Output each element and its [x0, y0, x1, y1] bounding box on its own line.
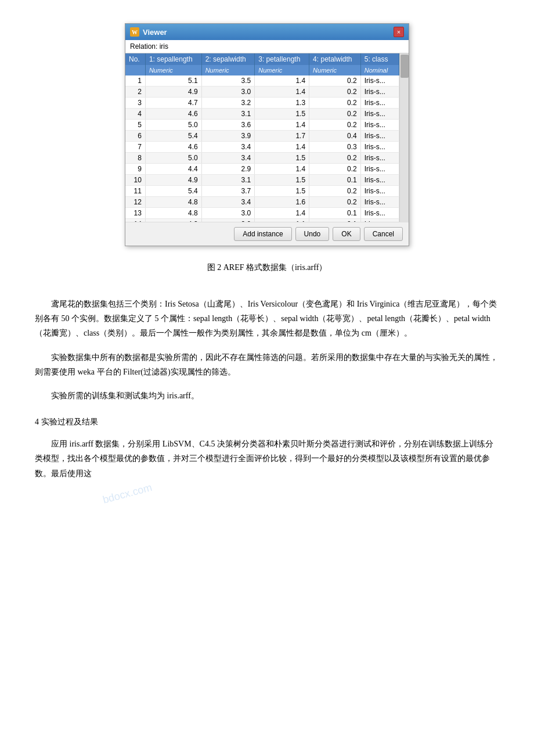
table-cell: 3.0 — [201, 219, 255, 222]
table-cell: 4.6 — [145, 109, 201, 120]
table-cell: 13 — [125, 208, 145, 219]
table-cell: 1.7 — [255, 131, 309, 142]
col-header-no: No. — [125, 53, 145, 65]
table-cell: 1.4 — [255, 120, 309, 131]
table-cell: 5.4 — [145, 186, 201, 197]
close-button[interactable]: × — [394, 27, 404, 37]
table-cell: 3.5 — [201, 75, 255, 87]
table-cell: 1.3 — [255, 98, 309, 109]
table-cell: 4.9 — [145, 87, 201, 98]
table-cell: 11 — [125, 186, 145, 197]
table-cell: Iris-s... — [360, 87, 399, 98]
table-cell: 3.4 — [201, 197, 255, 208]
table-cell: 4.4 — [145, 164, 201, 175]
table-cell: 3.0 — [201, 208, 255, 219]
table-cell: 1.4 — [255, 164, 309, 175]
table-cell: 14 — [125, 219, 145, 222]
table-cell: 0.2 — [309, 153, 361, 164]
table-cell: 0.2 — [309, 98, 361, 109]
table-cell: 5 — [125, 120, 145, 131]
table-cell: 0.2 — [309, 109, 361, 120]
scrollbar[interactable] — [399, 53, 409, 222]
table-cell: 1.4 — [255, 208, 309, 219]
col-header-1: 1: sepallength — [145, 53, 201, 65]
subheader-2: Numeric — [201, 65, 255, 75]
table-cell: 3.4 — [201, 142, 255, 153]
watermark: bdocx.com — [102, 481, 154, 506]
paragraph-1: 鸢尾花的数据集包括三个类别：Iris Setosa（山鸢尾）、Iris Vers… — [35, 297, 499, 341]
table-cell: 1.4 — [255, 87, 309, 98]
table-cell: 0.2 — [309, 197, 361, 208]
table-cell: 3.1 — [201, 109, 255, 120]
table-cell: 4.3 — [145, 219, 201, 222]
table-cell: 1.5 — [255, 153, 309, 164]
table-row: 94.42.91.40.2Iris-s... — [125, 164, 399, 175]
table-cell: 1 — [125, 75, 145, 87]
data-table: No. 1: sepallength 2: sepalwidth 3: peta… — [125, 53, 399, 222]
table-cell: 3.4 — [201, 153, 255, 164]
col-header-3: 3: petallength — [255, 53, 309, 65]
table-subheader-row: Numeric Numeric Numeric Numeric Nominal — [125, 65, 399, 75]
table-cell: Iris-s... — [360, 186, 399, 197]
table-cell: 4 — [125, 109, 145, 120]
table-row: 55.03.61.40.2Iris-s... — [125, 120, 399, 131]
ok-button[interactable]: OK — [333, 227, 360, 241]
table-cell: 9 — [125, 164, 145, 175]
table-cell: Iris-s... — [360, 197, 399, 208]
table-cell: Iris-s... — [360, 109, 399, 120]
titlebar-left: W Viewer — [130, 27, 167, 37]
table-cell: 4.9 — [145, 175, 201, 186]
table-cell: 10 — [125, 175, 145, 186]
scrollbar-thumb[interactable] — [400, 55, 409, 78]
table-cell: 2 — [125, 87, 145, 98]
section-title-4: 4 实验过程及结果 — [35, 417, 499, 427]
table-cell: 4.6 — [145, 142, 201, 153]
table-row: 104.93.11.50.1Iris-s... — [125, 175, 399, 186]
table-cell: Iris-s... — [360, 153, 399, 164]
paragraph-3: 实验所需的训练集和测试集均为 iris.arff。 — [35, 388, 499, 403]
table-cell: Iris-s... — [360, 208, 399, 219]
table-cell: 5.4 — [145, 131, 201, 142]
undo-button[interactable]: Undo — [295, 227, 330, 241]
cancel-button[interactable]: Cancel — [364, 227, 403, 241]
col-header-4: 4: petalwidth — [309, 53, 361, 65]
data-table-container[interactable]: No. 1: sepallength 2: sepalwidth 3: peta… — [125, 53, 409, 222]
subheader-4: Numeric — [309, 65, 361, 75]
table-row: 144.33.01.10.1Iris-s... — [125, 219, 399, 222]
table-cell: 0.2 — [309, 164, 361, 175]
table-cell: 0.2 — [309, 87, 361, 98]
table-cell: 2.9 — [201, 164, 255, 175]
table-cell: Iris-s... — [360, 175, 399, 186]
table-row: 115.43.71.50.2Iris-s... — [125, 186, 399, 197]
relation-label: Relation: iris — [125, 40, 409, 53]
table-cell: 3.7 — [201, 186, 255, 197]
table-row: 74.63.41.40.3Iris-s... — [125, 142, 399, 153]
table-row: 15.13.51.40.2Iris-s... — [125, 75, 399, 87]
col-header-2: 2: sepalwidth — [201, 53, 255, 65]
table-cell: 3.9 — [201, 131, 255, 142]
table-cell: 3.1 — [201, 175, 255, 186]
table-cell: 3.6 — [201, 120, 255, 131]
table-cell: 5.1 — [145, 75, 201, 87]
table-cell: 4.7 — [145, 98, 201, 109]
viewer-title: Viewer — [143, 28, 167, 37]
table-cell: Iris-s... — [360, 219, 399, 222]
table-cell: 1.4 — [255, 142, 309, 153]
table-cell: 4.8 — [145, 208, 201, 219]
table-cell: 0.3 — [309, 142, 361, 153]
table-cell: Iris-s... — [360, 142, 399, 153]
viewer-app-icon: W — [130, 27, 139, 37]
table-cell: 6 — [125, 131, 145, 142]
subheader-no — [125, 65, 145, 75]
table-cell: 4.8 — [145, 197, 201, 208]
col-header-5: 5: class — [360, 53, 399, 65]
table-header-row: No. 1: sepallength 2: sepalwidth 3: peta… — [125, 53, 399, 65]
add-instance-button[interactable]: Add instance — [234, 227, 291, 241]
table-cell: Iris-s... — [360, 120, 399, 131]
table-cell: 1.4 — [255, 75, 309, 87]
table-cell: 0.1 — [309, 175, 361, 186]
table-cell: Iris-s... — [360, 164, 399, 175]
table-cell: 7 — [125, 142, 145, 153]
table-row: 65.43.91.70.4Iris-s... — [125, 131, 399, 142]
table-cell: 1.5 — [255, 186, 309, 197]
